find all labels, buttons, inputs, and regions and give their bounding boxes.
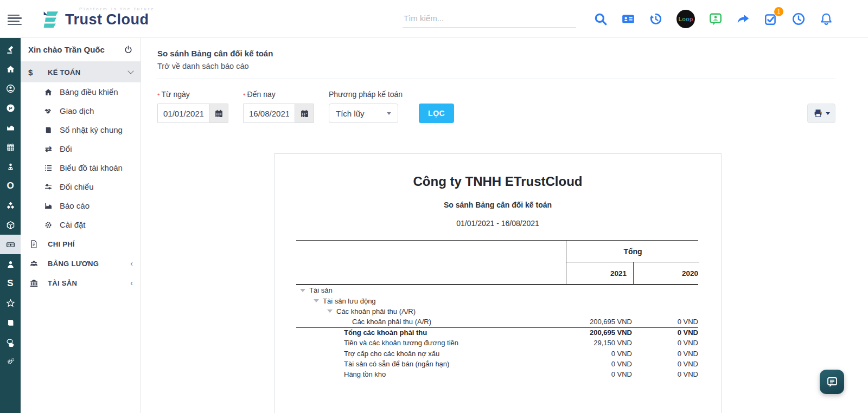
journal-book-icon (42, 126, 54, 134)
search-icon[interactable] (593, 12, 608, 26)
balance-sheet-table: Tổng 2021 2020 Tài sản Tài sản lưu động (296, 240, 698, 380)
sidebar-item-transactions[interactable]: Giao dịch (21, 101, 141, 120)
clock-icon[interactable] (792, 12, 806, 26)
sidebar-item-reconciliation[interactable]: Đối chiếu (21, 177, 141, 196)
table-row: Các khoản phải thu (A/R) 200,695 VND 0 V… (296, 317, 698, 327)
bank-icon (28, 279, 39, 288)
sidebar-item-exchange[interactable]: ⇄ Đổi (21, 139, 141, 158)
users-icon (28, 259, 39, 268)
feedback-chat-icon[interactable] (709, 12, 723, 26)
brand-logo: Platform is the future TrustCloud (40, 7, 155, 31)
support-chat-button[interactable] (820, 370, 844, 394)
method-label: Phương pháp kế toán (329, 90, 403, 99)
main-content: So sánh Bảng cân đối kế toán Trở về danh… (141, 38, 868, 413)
swap-arrows-icon: ⇄ (42, 144, 54, 154)
rail-box-icon[interactable] (0, 215, 21, 235)
collapse-triangle-icon[interactable] (314, 299, 319, 302)
header-icons: Loop 1 (593, 10, 833, 28)
rail-chart-icon[interactable] (0, 118, 21, 137)
sidebar-item-expenses[interactable]: CHI PHÍ (21, 234, 141, 254)
from-date-calendar-button[interactable] (209, 104, 228, 123)
app: Platform is the future TrustCloud Loop (0, 0, 868, 413)
report-chart-icon (42, 202, 54, 210)
rail-person-icon[interactable] (0, 254, 21, 274)
to-date-calendar-button[interactable] (295, 104, 314, 123)
rail-book-icon[interactable] (0, 313, 21, 332)
list-icon (42, 164, 54, 172)
tasks-icon[interactable]: 1 (764, 12, 778, 26)
rail-gears-icon[interactable] (0, 352, 21, 371)
sidebar-item-dashboard[interactable]: Bảng điều khiển (21, 82, 141, 101)
to-date-label: Đến nay (247, 90, 276, 99)
share-icon[interactable] (736, 12, 750, 26)
sidebar-item-chart-of-accounts[interactable]: Biểu đồ tài khoản (21, 158, 141, 177)
table-row: Tài sản lưu động (296, 295, 698, 306)
logout-power-icon[interactable] (124, 45, 133, 54)
rail-auction-icon[interactable] (0, 40, 21, 59)
chevron-left-icon: ‹ (130, 259, 133, 268)
filter-button[interactable]: LỌC (419, 104, 454, 123)
table-row: Hàng tồn kho 0 VND 0 VND (296, 369, 698, 379)
filter-bar: •Từ ngày •Đến nay (141, 79, 868, 123)
sidebar-item-settings[interactable]: Cài đặt (21, 215, 141, 234)
table-row: Tài sản có sẵn để bán (ngắn hạn) 0 VND 0… (296, 359, 698, 369)
sliders-icon (42, 183, 54, 191)
rail-hr-person-icon[interactable] (0, 157, 21, 176)
home-icon (42, 88, 54, 96)
accounting-method-select[interactable]: Tích lũy (329, 104, 398, 123)
rail-star-icon[interactable] (0, 293, 21, 313)
rail-home-icon[interactable] (0, 59, 21, 79)
user-avatar[interactable]: Loop (676, 10, 695, 28)
column-header-2020: 2020 (633, 262, 699, 284)
report-title: So sánh Bảng cân đối kế toán (275, 201, 721, 209)
rail-o-icon[interactable]: O (0, 176, 21, 196)
rail-s-icon[interactable]: S (0, 274, 21, 293)
menu-toggle-icon[interactable] (8, 15, 22, 25)
handshake-icon (42, 107, 54, 115)
tasks-badge: 1 (774, 7, 783, 16)
sidebar-greeting: Xin chào Trần Quốc (21, 38, 141, 62)
from-date-label: Từ ngày (162, 90, 190, 99)
search-input[interactable] (403, 10, 576, 28)
history-icon[interactable] (649, 12, 663, 26)
page-title: So sánh Bảng cân đối kế toán (157, 49, 852, 58)
sidebar-item-reports[interactable]: Báo cáo (21, 196, 141, 215)
caret-down-icon (387, 112, 391, 115)
chevron-left-icon: ‹ (130, 279, 133, 287)
rail-user-circle-icon[interactable] (0, 79, 21, 98)
contact-card-icon[interactable] (621, 12, 635, 26)
sidebar-item-accounting[interactable]: $ KẾ TOÁN (21, 62, 141, 82)
print-button[interactable] (807, 104, 835, 123)
icon-rail: P O S (0, 38, 21, 413)
brand-tagline: Platform is the future (79, 7, 155, 11)
calendar-icon (214, 109, 224, 118)
top-bar: Platform is the future TrustCloud Loop (0, 0, 868, 38)
from-date-input[interactable] (157, 104, 209, 123)
rail-calendar-icon[interactable] (0, 137, 21, 157)
chat-icon (826, 376, 839, 389)
rail-money-icon-active[interactable] (0, 235, 21, 254)
report-company-name: Công ty TNHH ETrustCloud (275, 174, 721, 189)
to-date-input[interactable] (243, 104, 295, 123)
document-icon (28, 240, 39, 249)
collapse-triangle-icon[interactable] (327, 309, 333, 313)
table-row: Tài sản (296, 285, 698, 295)
sidebar-item-general-journal[interactable]: Sổ nhật ký chung (21, 120, 141, 139)
rail-p-icon[interactable]: P (0, 98, 21, 118)
greeting-text: Xin chào Trần Quốc (28, 45, 124, 54)
notifications-bell-icon[interactable] (819, 12, 833, 26)
sidebar-item-payroll[interactable]: BẢNG LƯƠNG ‹ (21, 254, 141, 273)
brand-name: TrustCloud (65, 11, 155, 28)
sidebar: Xin chào Trần Quốc $ KẾ TOÁN Bảng điều k… (21, 38, 141, 413)
rail-chat-bubbles-icon[interactable] (0, 332, 21, 352)
table-row-total: Tổng các khoản phải thu 200,695 VND 0 VN… (296, 327, 698, 338)
sidebar-item-assets[interactable]: TÀI SẢN ‹ (21, 273, 141, 293)
collapse-triangle-icon[interactable] (300, 289, 305, 292)
rail-cubes-icon[interactable] (0, 196, 21, 215)
table-row: Tiền và các khoản tương đương tiền 29,15… (296, 338, 698, 348)
chevron-down-icon (127, 68, 133, 74)
calendar-icon (300, 109, 309, 118)
back-to-reports-link[interactable]: Trở về danh sách báo cáo (157, 62, 249, 70)
gear-icon (42, 221, 54, 229)
caret-down-icon (826, 112, 830, 115)
